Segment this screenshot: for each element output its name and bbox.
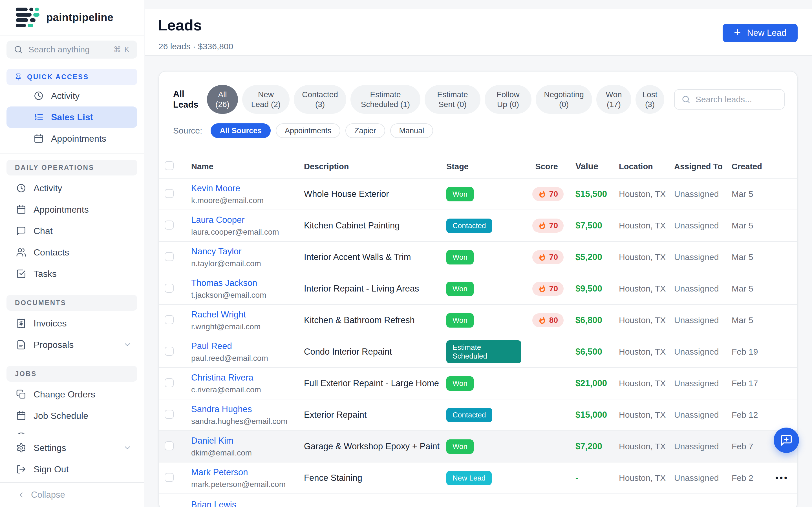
row-checkbox[interactable] (165, 410, 174, 419)
lead-email: laura.cooper@email.com (191, 228, 304, 237)
sidebar-item-settings[interactable]: Settings (6, 437, 137, 459)
row-checkbox[interactable] (165, 441, 174, 450)
lead-created: Mar 5 (732, 316, 767, 325)
stage-tab-estimate-scheduled-1-[interactable]: EstimateScheduled (1) (350, 85, 420, 114)
lead-location: Houston, TX (619, 316, 674, 325)
lead-created: Feb 12 (732, 410, 767, 420)
clock-icon (16, 183, 26, 193)
row-checkbox[interactable] (165, 473, 174, 482)
sidebar-item-tasks[interactable]: Tasks (6, 263, 137, 284)
lead-assigned-to: Unassigned (674, 189, 732, 199)
search-placeholder: Search anything (29, 45, 108, 54)
source-pill-manual[interactable]: Manual (390, 123, 434, 138)
table-row[interactable]: Thomas Jackson t.jackson@email.com Inter… (159, 273, 797, 304)
score-badge: 70 (532, 187, 564, 201)
brand: paintpipeline (0, 0, 144, 36)
column-assigned-to: Assigned To (674, 162, 732, 171)
leads-search-input[interactable]: Search leads... (674, 89, 784, 110)
source-pill-appointments[interactable]: Appointments (276, 123, 340, 138)
global-search-input[interactable]: Search anything ⌘ K (6, 41, 137, 59)
row-checkbox[interactable] (165, 378, 174, 387)
file-text-icon (16, 340, 26, 350)
sidebar-item-sales-list[interactable]: Sales List (6, 107, 137, 128)
lead-name-link[interactable]: Brian Lewis (191, 500, 304, 507)
lead-description: Garage & Workshop Epoxy + Paint (304, 441, 446, 452)
table-row[interactable]: Nancy Taylor n.taylor@email.com Interior… (159, 241, 797, 273)
sidebar-item-activity[interactable]: Activity (6, 85, 137, 107)
chevron-down-icon (123, 341, 132, 349)
collapse-button[interactable]: Collapse (0, 482, 144, 507)
row-checkbox[interactable] (165, 315, 174, 324)
plus-icon: + (734, 26, 741, 38)
sidebar-item-job-list[interactable]: Job List (6, 427, 137, 434)
lead-name-link[interactable]: Daniel Kim (191, 436, 304, 446)
sidebar-item-appointments[interactable]: Appointments (6, 199, 137, 220)
lead-created: Feb 17 (732, 379, 767, 388)
page-subtitle: 26 leads · $336,800 (158, 42, 233, 51)
sidebar-item-chat[interactable]: Chat (6, 220, 137, 242)
table-row[interactable]: Paul Reed paul.reed@email.com Condo Inte… (159, 336, 797, 367)
lead-name-link[interactable]: Christina Rivera (191, 373, 304, 383)
lead-assigned-to: Unassigned (674, 284, 732, 293)
source-pill-zapier[interactable]: Zapier (345, 123, 385, 138)
lead-name-link[interactable]: Kevin Moore (191, 183, 304, 193)
sidebar-item-change-orders[interactable]: Change Orders (6, 384, 137, 405)
table-row[interactable]: Rachel Wright r.wright@email.com Kitchen… (159, 304, 797, 336)
stage-tab-contacted-3-[interactable]: Contacted(3) (294, 85, 346, 114)
lead-value: $21,000 (564, 378, 619, 388)
lead-created: Mar 5 (732, 189, 767, 199)
row-checkbox[interactable] (165, 252, 174, 261)
lead-name-link[interactable]: Laura Cooper (191, 215, 304, 225)
clock-icon (34, 91, 44, 101)
quick-access-header[interactable]: QUICK ACCESS (6, 69, 137, 85)
sidebar-item-job-schedule[interactable]: Job Schedule (6, 405, 137, 427)
stage-tab-negotiating-0-[interactable]: Negotiating(0) (536, 85, 592, 114)
flame-icon (538, 284, 546, 293)
table-row[interactable]: Kevin Moore k.moore@email.com Whole Hous… (159, 178, 797, 210)
row-checkbox[interactable] (165, 189, 174, 198)
sidebar-item-appointments[interactable]: Appointments (6, 128, 137, 149)
lead-assigned-to: Unassigned (674, 410, 732, 420)
chevron-down-icon (123, 444, 132, 452)
stage-tab-estimate-sent-0-[interactable]: EstimateSent (0) (424, 85, 480, 114)
stage-tab-new-lead-2-[interactable]: NewLead (2) (242, 85, 290, 114)
table-row[interactable]: Brian Lewis (159, 494, 797, 507)
stage-tab-won-17-[interactable]: Won(17) (596, 85, 631, 114)
sidebar-item-invoices[interactable]: Invoices (6, 313, 137, 334)
table-row[interactable]: Daniel Kim dkim@email.com Garage & Works… (159, 431, 797, 462)
table-row[interactable]: Sandra Hughes sandra.hughes@email.com Ex… (159, 399, 797, 431)
lead-value: - (564, 473, 619, 483)
lead-name-link[interactable]: Mark Peterson (191, 467, 304, 477)
row-checkbox[interactable] (165, 221, 174, 230)
select-all-checkbox[interactable] (165, 161, 174, 170)
lead-name-link[interactable]: Thomas Jackson (191, 278, 304, 288)
lead-name-link[interactable]: Rachel Wright (191, 309, 304, 320)
users-icon (16, 247, 26, 258)
score-badge: 70 (532, 282, 564, 296)
stage-tab-all-26-[interactable]: All(26) (207, 85, 238, 114)
lead-name-link[interactable]: Sandra Hughes (191, 404, 304, 414)
sidebar-nav: Search anything ⌘ K QUICK ACCESS Activit… (0, 36, 144, 434)
stage-tabs: All(26)NewLead (2)Contacted(3)EstimateSc… (207, 85, 664, 114)
table-row[interactable]: Mark Peterson mark.peterson@email.com Fe… (159, 462, 797, 494)
table-row[interactable]: Laura Cooper laura.cooper@email.com Kitc… (159, 210, 797, 241)
row-checkbox[interactable] (165, 284, 174, 293)
calendar-icon (16, 411, 26, 421)
lead-name-link[interactable]: Paul Reed (191, 341, 304, 351)
lead-description: Whole House Exterior (304, 189, 446, 199)
row-checkbox[interactable] (165, 347, 174, 356)
source-pill-all-sources[interactable]: All Sources (211, 123, 271, 138)
lead-description: Full Exterior Repaint - Large Home (304, 378, 446, 388)
new-message-fab-button[interactable] (774, 428, 799, 453)
table-row[interactable]: Christina Rivera c.rivera@email.com Full… (159, 367, 797, 399)
lead-created: Feb 19 (732, 347, 767, 356)
sidebar-item-proposals[interactable]: Proposals (6, 334, 137, 355)
stage-tab-lost-3-[interactable]: Lost(3) (636, 85, 664, 114)
lead-name-link[interactable]: Nancy Taylor (191, 246, 304, 257)
sidebar-item-sign-out[interactable]: Sign Out (6, 459, 137, 480)
row-menu-button[interactable]: ••• (775, 473, 789, 483)
sidebar-item-activity[interactable]: Activity (6, 177, 137, 199)
new-lead-button[interactable]: + New Lead (723, 24, 798, 42)
stage-tab-follow-up-0-[interactable]: FollowUp (0) (485, 85, 531, 114)
sidebar-item-contacts[interactable]: Contacts (6, 242, 137, 263)
